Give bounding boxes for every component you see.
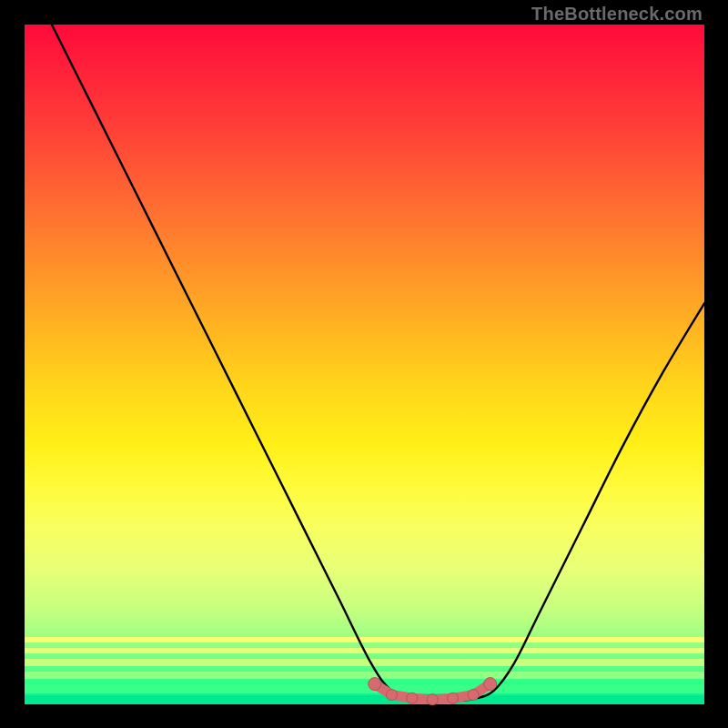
flat-region-marker [468,690,479,701]
source-label: TheBottleneck.com [531,4,703,25]
flat-region-marker [386,690,397,701]
flat-region-marker [369,678,381,691]
flat-region-marker [407,693,418,703]
bottleneck-curve [52,25,704,702]
flat-region-marker [448,693,459,703]
flat-region-marker [427,694,438,705]
chart-stage: TheBottleneck.com [0,0,728,728]
bottleneck-curve-svg [25,25,704,704]
flat-region-marker [484,678,497,691]
flat-region-markers [369,678,497,705]
